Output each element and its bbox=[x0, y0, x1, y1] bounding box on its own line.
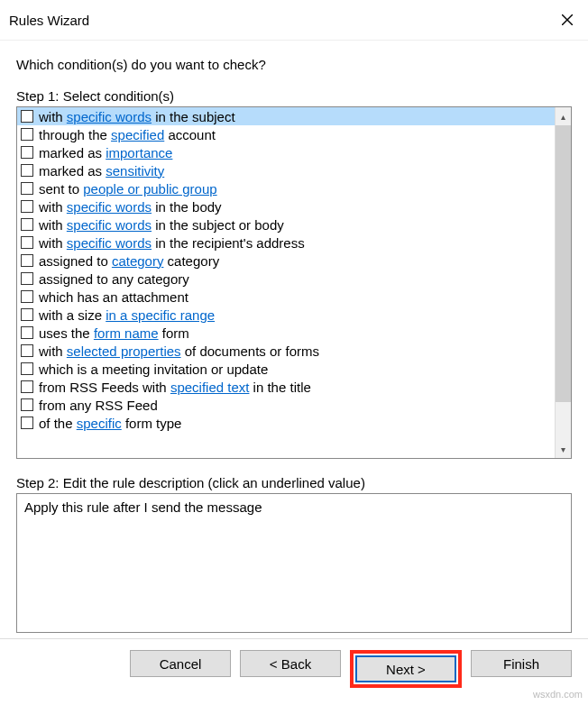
condition-text: from RSS Feeds with specified text in th… bbox=[39, 380, 311, 395]
condition-link[interactable]: specific words bbox=[67, 109, 152, 124]
condition-text: uses the form name form bbox=[39, 325, 189, 341]
condition-row[interactable]: with selected properties of documents or… bbox=[17, 342, 555, 360]
condition-text: with specific words in the subject bbox=[39, 109, 235, 124]
condition-checkbox[interactable] bbox=[21, 164, 33, 177]
dialog-buttons: Cancel < Back Next > Finish bbox=[0, 638, 588, 688]
condition-checkbox[interactable] bbox=[21, 344, 33, 357]
condition-text: which has an attachment bbox=[39, 289, 188, 305]
condition-row[interactable]: with specific words in the subject or bo… bbox=[17, 215, 555, 233]
window-title: Rules Wizard bbox=[9, 13, 89, 28]
condition-link[interactable]: specific words bbox=[67, 235, 152, 251]
condition-checkbox[interactable] bbox=[21, 417, 33, 429]
condition-link[interactable]: specific words bbox=[67, 199, 152, 215]
close-button[interactable] bbox=[547, 7, 588, 32]
condition-text: marked as importance bbox=[39, 145, 172, 160]
condition-link[interactable]: importance bbox=[106, 145, 172, 160]
condition-row[interactable]: marked as importance bbox=[17, 143, 555, 161]
back-button[interactable]: < Back bbox=[240, 650, 341, 677]
condition-text: marked as sensitivity bbox=[39, 163, 164, 179]
condition-row[interactable]: through the specified account bbox=[17, 125, 555, 143]
condition-checkbox[interactable] bbox=[21, 326, 33, 339]
condition-link[interactable]: specific words bbox=[67, 217, 152, 233]
condition-row[interactable]: marked as sensitivity bbox=[17, 161, 555, 179]
prompt-text: Which condition(s) do you want to check? bbox=[16, 57, 572, 72]
condition-text: sent to people or public group bbox=[39, 181, 217, 197]
condition-link[interactable]: people or public group bbox=[83, 181, 216, 197]
condition-text: with a size in a specific range bbox=[39, 307, 215, 323]
rule-description-text: Apply this rule after I send the message bbox=[24, 499, 262, 515]
scroll-thumb[interactable] bbox=[556, 125, 571, 402]
condition-checkbox[interactable] bbox=[21, 254, 33, 267]
condition-link[interactable]: sensitivity bbox=[106, 163, 164, 179]
condition-link[interactable]: specified bbox=[111, 127, 164, 142]
rule-description-box[interactable]: Apply this rule after I send the message bbox=[16, 493, 572, 633]
condition-link[interactable]: specified text bbox=[170, 380, 250, 395]
condition-link[interactable]: selected properties bbox=[67, 343, 181, 359]
condition-text: assigned to any category bbox=[39, 271, 189, 287]
condition-text: of the specific form type bbox=[39, 416, 181, 431]
condition-checkbox[interactable] bbox=[21, 398, 33, 411]
close-icon bbox=[562, 14, 573, 25]
condition-row[interactable]: with a size in a specific range bbox=[17, 306, 555, 324]
condition-link[interactable]: category bbox=[112, 253, 164, 269]
condition-checkbox[interactable] bbox=[21, 290, 33, 303]
scrollbar[interactable]: ▴ ▾ bbox=[555, 107, 571, 458]
condition-text: through the specified account bbox=[39, 127, 216, 142]
condition-checkbox[interactable] bbox=[21, 362, 33, 375]
next-button-highlight: Next > bbox=[350, 650, 462, 688]
condition-text: with specific words in the subject or bo… bbox=[39, 217, 284, 233]
condition-text: with selected properties of documents or… bbox=[39, 343, 319, 359]
condition-row[interactable]: uses the form name form bbox=[17, 324, 555, 342]
next-button[interactable]: Next > bbox=[355, 655, 456, 682]
condition-checkbox[interactable] bbox=[21, 236, 33, 249]
condition-row[interactable]: sent to people or public group bbox=[17, 179, 555, 197]
condition-text: assigned to category category bbox=[39, 253, 219, 269]
watermark: wsxdn.com bbox=[533, 689, 583, 700]
condition-row[interactable]: of the specific form type bbox=[17, 414, 555, 432]
condition-row[interactable]: with specific words in the body bbox=[17, 197, 555, 215]
condition-text: with specific words in the body bbox=[39, 199, 222, 215]
condition-row[interactable]: with specific words in the subject bbox=[17, 107, 555, 125]
condition-link[interactable]: specific bbox=[77, 416, 122, 431]
condition-link[interactable]: in a specific range bbox=[106, 307, 215, 323]
condition-row[interactable]: which has an attachment bbox=[17, 288, 555, 306]
condition-checkbox[interactable] bbox=[21, 380, 33, 393]
condition-text: which is a meeting invitation or update bbox=[39, 362, 268, 377]
scroll-up-icon[interactable]: ▴ bbox=[556, 107, 571, 125]
step1-label: Step 1: Select condition(s) bbox=[16, 88, 572, 104]
condition-row[interactable]: from RSS Feeds with specified text in th… bbox=[17, 378, 555, 396]
finish-button[interactable]: Finish bbox=[471, 650, 572, 677]
condition-checkbox[interactable] bbox=[21, 272, 33, 285]
conditions-listbox: with specific words in the subjectthroug… bbox=[16, 106, 572, 459]
condition-row[interactable]: with specific words in the recipient's a… bbox=[17, 233, 555, 252]
scroll-down-icon[interactable]: ▾ bbox=[556, 440, 571, 458]
condition-checkbox[interactable] bbox=[21, 128, 33, 141]
condition-row[interactable]: which is a meeting invitation or update bbox=[17, 360, 555, 378]
condition-checkbox[interactable] bbox=[21, 200, 33, 213]
condition-link[interactable]: form name bbox=[94, 325, 159, 341]
titlebar: Rules Wizard bbox=[0, 0, 588, 41]
condition-checkbox[interactable] bbox=[21, 182, 33, 195]
condition-checkbox[interactable] bbox=[21, 308, 33, 321]
condition-text: from any RSS Feed bbox=[39, 398, 158, 413]
conditions-list[interactable]: with specific words in the subjectthroug… bbox=[17, 107, 555, 458]
condition-row[interactable]: assigned to category category bbox=[17, 252, 555, 270]
scroll-track[interactable] bbox=[556, 125, 571, 440]
condition-row[interactable]: from any RSS Feed bbox=[17, 396, 555, 414]
condition-checkbox[interactable] bbox=[21, 146, 33, 159]
cancel-button[interactable]: Cancel bbox=[130, 650, 231, 677]
condition-text: with specific words in the recipient's a… bbox=[39, 235, 305, 251]
condition-checkbox[interactable] bbox=[21, 218, 33, 231]
condition-row[interactable]: assigned to any category bbox=[17, 270, 555, 288]
condition-checkbox[interactable] bbox=[21, 110, 33, 123]
step2-label: Step 2: Edit the rule description (click… bbox=[16, 475, 572, 490]
